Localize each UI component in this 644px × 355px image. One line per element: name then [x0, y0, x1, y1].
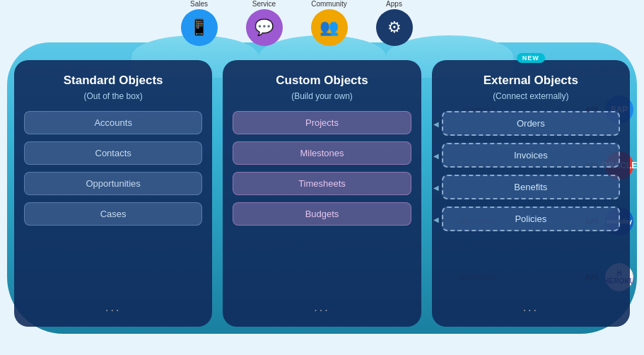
- ext-item-policies: Policies: [442, 206, 620, 231]
- custom-item-timesheets: Timesheets: [233, 172, 411, 195]
- standard-objects-subtitle: (Out of the box): [24, 91, 202, 101]
- custom-item-projects: Projects: [233, 111, 411, 134]
- std-item-accounts: Accounts: [24, 111, 202, 134]
- service-icon-item: Service 💬: [246, 0, 283, 46]
- apps-icon: ⚙: [376, 9, 413, 46]
- ext-item-orders: Orders: [442, 111, 620, 136]
- apps-icon-item: Apps ⚙: [376, 0, 413, 46]
- external-objects-title: External Objects: [442, 73, 620, 88]
- custom-objects-title: Custom Objects: [233, 73, 411, 88]
- std-item-cases: Cases: [24, 202, 202, 226]
- community-icon: 👥: [311, 9, 348, 46]
- ext-item-benefits: Benefits: [442, 175, 620, 199]
- service-label: Service: [252, 0, 276, 8]
- sales-label: Sales: [190, 0, 208, 8]
- external-objects-panel: NEW External Objects (Connect externally…: [432, 60, 630, 327]
- community-icon-item: Community 👥: [311, 0, 348, 46]
- custom-objects-subtitle: (Build your own): [233, 91, 411, 101]
- standard-objects-panel: Standard Objects (Out of the box) Accoun…: [14, 60, 212, 327]
- std-item-contacts: Contacts: [24, 141, 202, 165]
- community-label: Community: [311, 0, 347, 8]
- apps-label: Apps: [386, 0, 402, 8]
- custom-item-milestones: Milestones: [233, 141, 411, 165]
- external-objects-subtitle: (Connect externally): [442, 91, 620, 101]
- icons-row: Sales 📱 Service 💬 Community 👥 Apps ⚙: [181, 0, 413, 46]
- new-badge: NEW: [517, 53, 545, 63]
- columns-container: Standard Objects (Out of the box) Accoun…: [14, 60, 630, 327]
- ext-dots: ...: [442, 301, 620, 314]
- ext-item-invoices: Invoices: [442, 143, 620, 168]
- custom-dots: ...: [233, 301, 411, 314]
- sales-icon-item: Sales 📱: [181, 0, 218, 46]
- standard-objects-title: Standard Objects: [24, 73, 202, 88]
- std-dots: ...: [24, 301, 202, 314]
- sales-icon: 📱: [181, 9, 218, 46]
- std-item-opportunities: Opportunities: [24, 172, 202, 195]
- service-icon: 💬: [246, 9, 283, 46]
- custom-objects-panel: Custom Objects (Build your own) Projects…: [223, 60, 421, 327]
- custom-item-budgets: Budgets: [233, 202, 411, 226]
